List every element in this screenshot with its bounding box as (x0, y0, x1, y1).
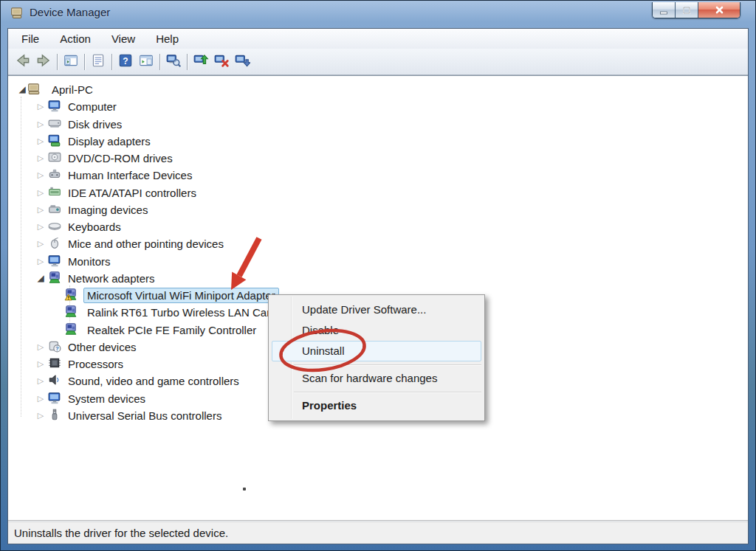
toolbar-scan-hardware-changes-button[interactable] (163, 52, 184, 72)
other-device-icon: ? (48, 339, 61, 353)
hid-device-icon (48, 167, 61, 181)
disable-device-icon (234, 52, 250, 71)
expand-arrow-icon[interactable]: ▷ (35, 255, 46, 267)
tree-item-label: Computer (64, 99, 120, 114)
tree-item-label: Processors (64, 356, 127, 372)
mouse-icon (48, 236, 61, 249)
back-icon (15, 52, 31, 71)
context-menu-item-properties[interactable]: Properties (272, 395, 481, 416)
usb-controller-icon (48, 408, 61, 421)
dvd-drive-icon (48, 150, 61, 164)
context-menu-item-update-driver-software[interactable]: Update Driver Software... (272, 299, 481, 320)
toolbar-properties-button[interactable] (88, 52, 109, 72)
menu-view[interactable]: View (104, 30, 142, 47)
status-text: Uninstalls the driver for the selected d… (14, 527, 228, 539)
window-title: Device Manager (30, 6, 110, 18)
tree-item-monitors[interactable]: ▷Monitors (8, 253, 743, 269)
expand-arrow-icon[interactable]: ▷ (35, 152, 46, 164)
collapse-arrow-icon[interactable]: ◢ (17, 83, 27, 95)
expand-arrow-icon[interactable]: ▷ (35, 204, 46, 215)
tree-item-dvd-cd-rom-drives[interactable]: ▷DVD/CD-ROM drives (8, 150, 743, 166)
device-manager-window: Device Manager File Action View Help ? ◢… (0, 0, 756, 551)
expand-arrow-icon[interactable]: ▷ (35, 118, 46, 130)
menu-bar: File Action View Help (8, 29, 748, 49)
expand-arrow-icon[interactable]: ▷ (35, 409, 46, 421)
ide-controller-icon (48, 185, 61, 198)
context-menu-item-uninstall[interactable]: Uninstall (272, 341, 481, 361)
monitor-icon (48, 254, 61, 267)
tree-item-label: Microsoft Virtual WiFi Miniport Adapter (83, 288, 279, 303)
computer-icon (48, 99, 61, 112)
network-adapter-icon (64, 322, 78, 336)
toolbar-separator (57, 54, 58, 70)
expand-arrow-icon[interactable]: ▷ (35, 169, 46, 181)
minimize-button[interactable] (653, 2, 676, 18)
tree-item-human-interface-devices[interactable]: ▷Human Interface Devices (8, 167, 743, 183)
tree-item-imaging-devices[interactable]: ▷Imaging devices (8, 201, 743, 218)
menu-action[interactable]: Action (52, 30, 98, 47)
expand-arrow-icon[interactable]: ▷ (35, 375, 46, 387)
tree-item-display-adapters[interactable]: ▷Display adapters (8, 133, 743, 149)
expand-arrow-icon[interactable]: ▷ (35, 187, 46, 198)
tree-item-label: Sound, video and game controllers (64, 373, 243, 389)
keyboard-icon (48, 219, 61, 232)
title-bar[interactable]: Device Manager (0, 0, 756, 28)
network-adapter-icon (64, 305, 78, 318)
tree-item-disk-drives[interactable]: ▷Disk drives (8, 116, 743, 132)
tree-item-label: Disk drives (64, 117, 126, 132)
menu-help[interactable]: Help (148, 30, 186, 47)
tree-item-keyboards[interactable]: ▷Keyboards (8, 218, 743, 235)
toolbar-show-hide-console-tree-button[interactable] (61, 52, 81, 72)
tree-item-label: Realtek PCIe FE Family Controller (83, 322, 260, 338)
expand-arrow-icon[interactable]: ▷ (35, 100, 46, 112)
toolbar-forward-button[interactable] (33, 52, 54, 72)
tree-item-label: Other devices (64, 339, 140, 355)
toolbar-update-driver-software-button[interactable] (190, 52, 211, 72)
tree-item-april-pc[interactable]: ◢April-PC (8, 81, 743, 97)
menu-file[interactable]: File (14, 30, 47, 47)
status-bar: Uninstalls the driver for the selected d… (8, 521, 748, 544)
display-adapter-icon (48, 134, 61, 147)
expand-arrow-icon[interactable]: ▷ (35, 341, 46, 353)
expand-arrow-icon[interactable]: ▷ (35, 238, 46, 249)
toolbar-separator (159, 54, 160, 70)
toolbar-uninstall-device-button[interactable] (211, 52, 232, 72)
toolbar-help-button[interactable]: ? (115, 52, 136, 72)
context-menu-item-scan-for-hardware-changes[interactable]: Scan for hardware changes (272, 368, 481, 389)
context-menu-separator (294, 392, 481, 392)
expand-arrow-icon[interactable]: ▷ (35, 135, 46, 147)
maximize-button[interactable] (676, 2, 698, 18)
context-menu-separator (294, 364, 481, 365)
toolbar-disable-device-button[interactable] (232, 52, 252, 72)
network-adapter-warning-icon (64, 288, 78, 301)
tree-item-computer[interactable]: ▷Computer (8, 98, 743, 114)
tree-item-label: April-PC (48, 82, 97, 97)
expand-arrow-icon[interactable]: ▷ (35, 221, 46, 232)
tree-item-label: Monitors (64, 254, 114, 269)
collapse-arrow-icon[interactable]: ◢ (35, 272, 46, 284)
close-button[interactable] (698, 2, 740, 18)
device-manager-icon (10, 6, 24, 19)
tree-item-label: IDE ATA/ATAPI controllers (64, 185, 200, 201)
sound-controller-icon (48, 373, 61, 387)
stray-dot (243, 488, 246, 491)
tree-item-label: Mice and other pointing devices (64, 236, 227, 252)
expand-arrow-icon[interactable]: ▷ (35, 358, 46, 370)
imaging-device-icon (48, 202, 61, 215)
computer-root-icon (27, 82, 41, 95)
toolbar: ? (8, 49, 748, 75)
context-menu-item-disable[interactable]: Disable (272, 320, 481, 341)
expand-arrow-icon[interactable]: ▷ (35, 392, 46, 404)
show-action-pane-icon (138, 52, 154, 71)
toolbar-separator (111, 54, 112, 70)
svg-text:?: ? (55, 345, 59, 352)
toolbar-show-action-pane-button[interactable] (136, 52, 157, 72)
tree-item-ide-ata-atapi-controllers[interactable]: ▷IDE ATA/ATAPI controllers (8, 184, 743, 201)
tree-item-label: Keyboards (64, 219, 125, 235)
help-icon: ? (117, 52, 134, 71)
tree-item-label: Universal Serial Bus controllers (64, 408, 225, 423)
tree-item-network-adapters[interactable]: ◢Network adapters (8, 270, 743, 286)
client-area: File Action View Help ? ◢April-PC▷Comput… (7, 28, 749, 544)
toolbar-back-button[interactable] (13, 52, 33, 72)
tree-item-mice-and-other-pointing-devices[interactable]: ▷Mice and other pointing devices (8, 235, 743, 252)
